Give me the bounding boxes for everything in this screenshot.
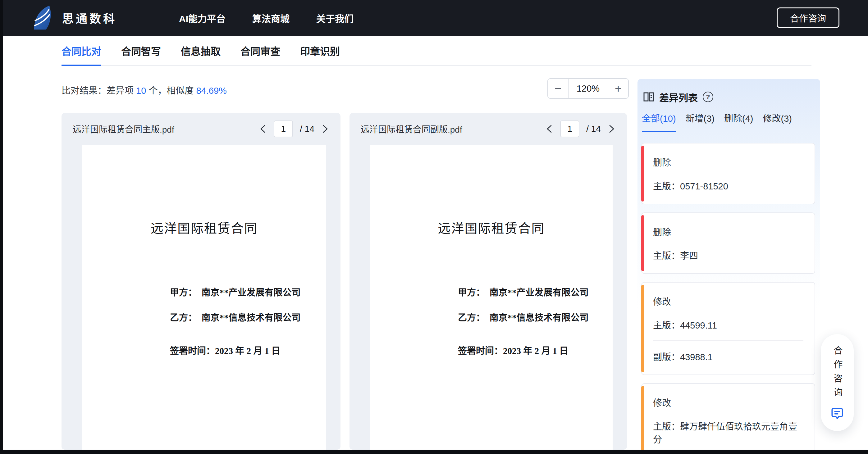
zoom-in-button[interactable]: + bbox=[608, 79, 628, 98]
diff-count: 10 bbox=[136, 86, 146, 96]
document-page-main: 远洋国际租赁合同 甲方： 南京**产业发展有限公司 乙方： 南京**信息技术有限… bbox=[82, 145, 326, 450]
row-label: 主版： bbox=[653, 321, 680, 330]
party-a-line: 甲方： 南京**产业发展有限公司 bbox=[458, 285, 589, 298]
row-value: 44599.11 bbox=[680, 321, 717, 330]
brand-logo-icon bbox=[31, 4, 56, 32]
pdf-header-copy: 远洋国际租赁合同副版.pdf / 14 bbox=[349, 113, 627, 145]
diff-type-label: 删除 bbox=[653, 155, 803, 168]
diff-card-delete-2[interactable]: 删除 主版：李四 bbox=[641, 213, 815, 274]
row-label: 主版： bbox=[653, 422, 680, 432]
prev-page-icon[interactable] bbox=[259, 124, 267, 133]
nav-menu: AI能力平台 算法商城 关于我们 bbox=[179, 0, 353, 36]
diff-main-row: 主版：李四 bbox=[653, 249, 803, 261]
row-value: 0571-81520 bbox=[680, 181, 728, 191]
page-total-main: / 14 bbox=[300, 124, 314, 134]
filter-deleted[interactable]: 删除(4) bbox=[724, 111, 753, 124]
zoom-level-value: 120% bbox=[568, 79, 608, 98]
diff-card-modify-1[interactable]: 修改 主版：44599.11 副版：43988.1 bbox=[641, 282, 815, 375]
card-divider bbox=[653, 340, 803, 341]
party-a-line: 甲方： 南京**产业发展有限公司 bbox=[170, 285, 301, 298]
document-title: 远洋国际租赁合同 bbox=[82, 218, 326, 237]
pdf-viewer-copy: 远洋国际租赁合同副版.pdf / 14 远洋国际租赁合同 甲方： 南京**产业发… bbox=[349, 113, 627, 450]
diff-main-row: 主版：肆万肆仟伍佰玖拾玖元壹角壹分 bbox=[653, 419, 803, 445]
browser-edge-left bbox=[0, 0, 3, 454]
row-label: 主版： bbox=[653, 181, 680, 191]
filter-added[interactable]: 新增(3) bbox=[686, 111, 715, 124]
pager-copy: / 14 bbox=[545, 121, 616, 137]
nav-item-ai-platform[interactable]: AI能力平台 bbox=[179, 11, 225, 25]
row-label: 副版： bbox=[653, 352, 680, 362]
top-navbar: 思通数科 AI能力平台 算法商城 关于我们 合作咨询 bbox=[0, 0, 868, 36]
floating-consult-button[interactable]: 合作咨询 bbox=[821, 334, 854, 431]
diff-filter-tabs: 全部(10) 新增(3) 删除(4) 修改(3) bbox=[642, 111, 816, 132]
pdf-viewer-main: 远洋国际租赁合同主版.pdf / 14 远洋国际租赁合同 甲方： 南京**产业发… bbox=[62, 113, 340, 450]
tab-contract-compare[interactable]: 合同比对 bbox=[62, 36, 101, 65]
tab-contract-review[interactable]: 合同审查 bbox=[241, 36, 280, 65]
diff-card-modify-2[interactable]: 修改 主版：肆万肆仟伍佰玖拾玖元壹角壹分 副版：肆万叁仟玖佰捌拾捌元壹角 bbox=[641, 383, 815, 450]
document-page-copy: 远洋国际租赁合同 甲方： 南京**产业发展有限公司 乙方： 南京**信息技术有限… bbox=[370, 145, 613, 450]
diff-main-row: 主版：44599.11 bbox=[653, 318, 803, 331]
diff-type-label: 删除 bbox=[653, 225, 803, 238]
tab-seal-recognition[interactable]: 印章识别 bbox=[300, 36, 340, 65]
diff-type-label: 修改 bbox=[653, 294, 803, 307]
diff-type-label: 修改 bbox=[653, 396, 803, 409]
diff-card-delete-1[interactable]: 删除 主版：0571-81520 bbox=[641, 143, 815, 204]
help-icon[interactable]: ? bbox=[703, 92, 713, 102]
pdf-header-main: 远洋国际租赁合同主版.pdf / 14 bbox=[62, 113, 340, 145]
row-label: 主版： bbox=[653, 251, 680, 261]
chat-bubble-icon bbox=[831, 407, 843, 420]
floating-consult-label: 合作咨询 bbox=[831, 346, 844, 401]
brand-name: 思通数科 bbox=[62, 0, 117, 36]
party-b-line: 乙方： 南京**信息技术有限公司 bbox=[458, 310, 589, 323]
result-middle: 个，相似度 bbox=[146, 86, 196, 96]
filter-modified[interactable]: 修改(3) bbox=[763, 111, 792, 124]
compare-doc-icon bbox=[643, 91, 654, 102]
feature-tabbar: 合同比对 合同智写 信息抽取 合同审查 印章识别 bbox=[62, 36, 811, 66]
diff-list-header: 差异列表 ? bbox=[638, 79, 820, 103]
party-b-line: 乙方： 南京**信息技术有限公司 bbox=[170, 310, 301, 323]
page-total-copy: / 14 bbox=[586, 124, 601, 134]
prev-page-icon[interactable] bbox=[545, 124, 553, 133]
filter-all[interactable]: 全部(10) bbox=[642, 111, 676, 124]
zoom-control: − 120% + bbox=[548, 78, 629, 99]
next-page-icon[interactable] bbox=[608, 124, 616, 133]
nav-item-algorithm-mall[interactable]: 算法商城 bbox=[252, 11, 289, 25]
zoom-out-button[interactable]: − bbox=[548, 79, 568, 98]
tab-contract-smartwrite[interactable]: 合同智写 bbox=[121, 36, 161, 65]
result-prefix: 比对结果：差异项 bbox=[62, 86, 136, 96]
sign-date-line: 签署时间：2023 年 2 月 1 日 bbox=[170, 344, 280, 356]
next-page-icon[interactable] bbox=[321, 124, 329, 133]
row-value: 李四 bbox=[680, 251, 698, 261]
diff-list-panel: 差异列表 ? 全部(10) 新增(3) 删除(4) 修改(3) 删除 主版：05… bbox=[638, 79, 820, 450]
page-number-input-main[interactable] bbox=[274, 121, 293, 137]
tab-info-extract[interactable]: 信息抽取 bbox=[181, 36, 221, 65]
app-screen: 思通数科 AI能力平台 算法商城 关于我们 合作咨询 合同比对 合同智写 信息抽… bbox=[0, 0, 868, 454]
browser-edge-bottom bbox=[0, 450, 868, 454]
diff-copy-row: 副版：43988.1 bbox=[653, 350, 803, 363]
diff-card-list: 删除 主版：0571-81520 删除 主版：李四 修改 主版：44599.11… bbox=[641, 143, 815, 450]
sign-date-line: 签署时间：2023 年 2 月 1 日 bbox=[458, 344, 568, 356]
diff-main-row: 主版：0571-81520 bbox=[653, 179, 803, 192]
document-title: 远洋国际租赁合同 bbox=[370, 218, 613, 237]
diff-list-title: 差异列表 bbox=[659, 90, 698, 104]
compare-result-summary: 比对结果：差异项 10 个，相似度 84.69% bbox=[62, 83, 227, 96]
consult-button[interactable]: 合作咨询 bbox=[777, 7, 839, 28]
similarity-value: 84.69% bbox=[196, 86, 226, 96]
pdf-filename-copy: 远洋国际租赁合同副版.pdf bbox=[361, 123, 462, 135]
pdf-filename-main: 远洋国际租赁合同主版.pdf bbox=[73, 123, 174, 135]
pager-main: / 14 bbox=[259, 121, 329, 137]
row-value: 43988.1 bbox=[680, 352, 713, 362]
nav-item-about-us[interactable]: 关于我们 bbox=[316, 11, 353, 25]
page-number-input-copy[interactable] bbox=[560, 121, 579, 137]
